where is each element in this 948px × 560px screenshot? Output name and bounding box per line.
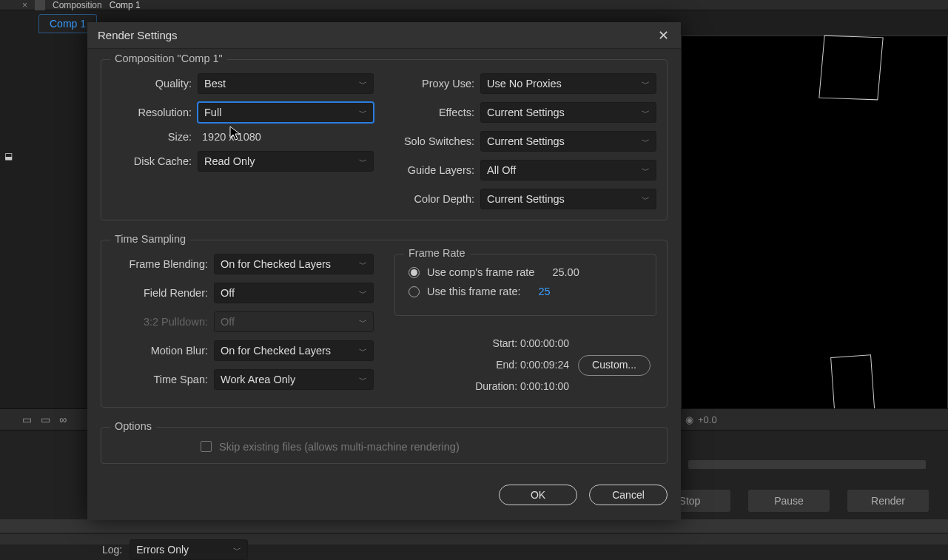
time-info: Start: 0:00:00:00 End: 0:00:09:24 Durati… [394, 334, 656, 397]
log-label: Log: [102, 544, 122, 556]
chevron-down-icon: ﹀ [642, 136, 650, 147]
effects-dropdown[interactable]: Current Settings ﹀ [480, 102, 656, 123]
guide-dropdown[interactable]: All Off ﹀ [480, 160, 656, 181]
chevron-down-icon: ﹀ [359, 259, 367, 270]
exposure-control[interactable]: ◉ +0.0 [685, 414, 717, 425]
chevron-down-icon: ﹀ [359, 288, 367, 299]
resolution-value: Full [204, 107, 221, 118]
quality-dropdown[interactable]: Best ﹀ [198, 73, 374, 94]
chevron-down-icon: ﹀ [359, 156, 367, 167]
effects-label: Effects: [394, 107, 474, 118]
effects-value: Current Settings [487, 107, 565, 118]
field-render-dropdown[interactable]: Off ﹀ [214, 283, 374, 303]
proxy-value: Use No Proxies [487, 78, 562, 90]
use-this-fr-row[interactable]: Use this frame rate: 25 [406, 286, 645, 297]
options-group: Options Skip existing files (allows mult… [101, 427, 668, 464]
chevron-down-icon: ﹀ [359, 374, 367, 385]
start-time: Start: 0:00:00:00 [493, 334, 570, 353]
disk-cache-value: Read Only [204, 155, 255, 167]
panel-title-prefix: Composition [53, 0, 102, 10]
close-icon[interactable]: ✕ [656, 27, 670, 44]
pulldown-label: 3:2 Pulldown: [112, 316, 208, 328]
chevron-down-icon: ﹀ [359, 345, 367, 357]
blend-dropdown[interactable]: On for Checked Layers ﹀ [214, 254, 374, 274]
comp-fr-value: 25.00 [552, 266, 579, 278]
span-label: Time Span: [112, 374, 208, 385]
panel-lock-icon[interactable] [35, 0, 45, 10]
depth-dropdown[interactable]: Current Settings ﹀ [480, 189, 656, 209]
aperture-icon: ◉ [685, 414, 693, 425]
disk-cache-label: Disk Cache: [112, 155, 192, 167]
solo-value: Current Settings [487, 135, 565, 147]
resolution-dropdown[interactable]: Full ﹀ [198, 102, 374, 123]
depth-label: Color Depth: [394, 193, 474, 205]
disk-cache-dropdown[interactable]: Read Only ﹀ [198, 151, 374, 172]
panel-close-icon[interactable]: × [22, 0, 27, 10]
chevron-down-icon: ﹀ [359, 78, 367, 90]
render-button[interactable]: Render [847, 490, 929, 512]
skip-files-row: Skip existing files (allows multi-machin… [112, 441, 656, 453]
frame-rate-group: Frame Rate Use comp's frame rate 25.00 U… [394, 254, 656, 316]
ok-button[interactable]: OK [499, 485, 577, 505]
progress-track [688, 460, 926, 469]
chevron-down-icon: ﹀ [359, 317, 367, 328]
cancel-button[interactable]: Cancel [589, 485, 668, 505]
mask-icon[interactable]: ∞ [59, 414, 67, 425]
radio-icon[interactable] [409, 267, 420, 278]
blur-label: Motion Blur: [112, 345, 208, 357]
chevron-down-icon: ﹀ [642, 194, 650, 205]
proxy-label: Proxy Use: [394, 78, 474, 90]
dialog-header[interactable]: Render Settings ✕ [87, 22, 681, 49]
chevron-down-icon: ﹀ [233, 544, 241, 556]
composition-group-title: Composition "Comp 1" [110, 53, 227, 64]
solo-dropdown[interactable]: Current Settings ﹀ [480, 131, 656, 152]
resolution-label: Resolution: [112, 107, 192, 118]
use-comp-fr-label: Use comp's frame rate [427, 266, 534, 278]
time-sampling-group: Time Sampling Frame Blending: On for Che… [101, 240, 668, 408]
exposure-value[interactable]: +0.0 [698, 414, 717, 425]
preview-layer-outline [818, 36, 883, 101]
chevron-down-icon: ﹀ [642, 107, 650, 118]
use-this-fr-label: Use this frame rate: [427, 286, 521, 297]
size-label: Size: [112, 131, 192, 143]
log-dropdown[interactable]: Errors Only ﹀ [130, 539, 248, 560]
dialog-footer: OK Cancel [87, 480, 681, 520]
log-row: Log: Errors Only ﹀ [102, 539, 248, 560]
span-value: Work Area Only [221, 374, 295, 385]
end-time: End: 0:00:09:24 [496, 356, 569, 374]
span-dropdown[interactable]: Work Area Only ﹀ [214, 369, 374, 390]
pulldown-value: Off [221, 316, 235, 328]
panel-tab-bar: × Composition Comp 1 [0, 0, 948, 10]
chevron-down-icon: ﹀ [359, 107, 367, 118]
footer-icon[interactable]: ▭ [41, 414, 50, 425]
panel-title-name: Comp 1 [110, 0, 141, 10]
frame-rate-title: Frame Rate [404, 247, 470, 259]
quality-label: Quality: [112, 78, 192, 90]
log-value: Errors Only [136, 544, 189, 556]
composition-preview[interactable] [681, 36, 948, 427]
queue-row [0, 519, 948, 533]
quality-value: Best [204, 78, 226, 90]
this-fr-value[interactable]: 25 [539, 286, 551, 297]
proxy-dropdown[interactable]: Use No Proxies ﹀ [480, 73, 656, 94]
chevron-down-icon: ﹀ [642, 78, 650, 90]
field-render-value: Off [221, 287, 235, 299]
chevron-down-icon: ﹀ [642, 165, 650, 176]
skip-files-label: Skip existing files (allows multi-machin… [219, 441, 460, 453]
field-render-label: Field Render: [112, 287, 208, 299]
depth-value: Current Settings [487, 193, 565, 205]
blur-dropdown[interactable]: On for Checked Layers ﹀ [214, 340, 374, 361]
flowchart-icon[interactable]: ⬓ [3, 151, 13, 161]
footer-icon[interactable]: ▭ [22, 414, 32, 425]
blend-value: On for Checked Layers [221, 258, 331, 270]
solo-label: Solo Switches: [394, 135, 474, 147]
radio-icon[interactable] [409, 286, 420, 297]
dialog-title: Render Settings [98, 29, 178, 41]
custom-button[interactable]: Custom... [578, 355, 651, 376]
guide-label: Guide Layers: [394, 164, 474, 176]
time-sampling-title: Time Sampling [110, 233, 190, 245]
pause-button[interactable]: Pause [748, 490, 830, 512]
size-value: 1920 x 1080 [198, 131, 261, 143]
use-comp-fr-row[interactable]: Use comp's frame rate 25.00 [406, 266, 645, 278]
options-title: Options [110, 420, 156, 432]
